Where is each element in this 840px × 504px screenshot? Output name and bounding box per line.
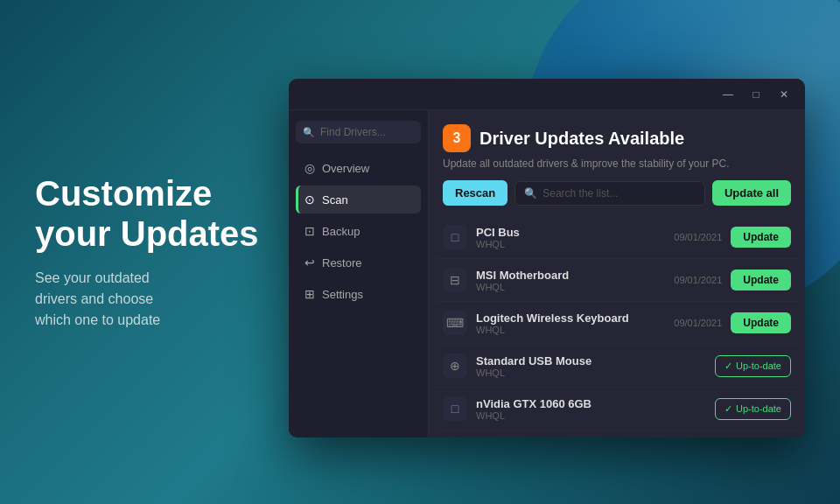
- driver-icon-logitech: ⌨: [443, 311, 467, 335]
- driver-search[interactable]: 🔍 Search the list...: [514, 181, 705, 206]
- main-title: Customize your Updates: [35, 173, 259, 254]
- sidebar: 🔍 Find Drivers... ◎ Overview ⊙ Scan ⊡ Ba…: [289, 110, 429, 438]
- update-button-msi[interactable]: Update: [731, 270, 791, 290]
- sidebar-item-backup[interactable]: ⊡ Backup: [296, 217, 421, 245]
- driver-name-msi: MSI Motherboard: [476, 269, 665, 282]
- driver-info-pci: PCI Bus WHQL: [476, 226, 665, 249]
- driver-tag-mouse: WHQL: [476, 368, 697, 378]
- header-subtitle: Update all outdated drivers & improve th…: [443, 158, 791, 170]
- driver-search-placeholder: Search the list...: [542, 187, 618, 200]
- app-window: — □ ✕ 🔍 Find Drivers... ◎ Overview ⊙ Sca…: [289, 79, 805, 438]
- driver-info-nvidia: nVidia GTX 1060 6GB WHQL: [476, 397, 697, 421]
- driver-tag-pci: WHQL: [476, 239, 665, 249]
- update-all-button[interactable]: Update all: [712, 180, 791, 206]
- main-content: 3 Driver Updates Available Update all ou…: [429, 110, 805, 438]
- table-row: ⊟ MSI Motherboard WHQL 09/01/2021 Update: [436, 259, 798, 302]
- close-button[interactable]: ✕: [774, 86, 794, 103]
- driver-date-pci: 09/01/2021: [674, 232, 722, 242]
- sidebar-item-overview-label: Overview: [322, 162, 369, 175]
- title-bar: — □ ✕: [289, 79, 805, 110]
- table-row: ⚙ ATA Channel 0 WHQL ✓ Up-to-date: [436, 430, 798, 438]
- driver-name-mouse: Standard USB Mouse: [476, 354, 697, 368]
- sidebar-item-restore-label: Restore: [322, 256, 362, 270]
- sidebar-item-overview[interactable]: ◎ Overview: [296, 154, 421, 182]
- update-button-pci[interactable]: Update: [731, 227, 791, 248]
- driver-icon-nvidia: □: [443, 396, 467, 421]
- driver-info-mouse: Standard USB Mouse WHQL: [476, 354, 697, 378]
- driver-name-logitech: Logitech Wireless Keyboard: [476, 312, 665, 325]
- sidebar-item-settings-label: Settings: [322, 288, 363, 301]
- rescan-button[interactable]: Rescan: [443, 180, 508, 206]
- backup-icon: ⊡: [304, 224, 315, 238]
- sidebar-item-backup-label: Backup: [322, 225, 360, 238]
- driver-tag-msi: WHQL: [476, 282, 665, 292]
- settings-icon: ⊞: [304, 287, 315, 301]
- table-row: ⌨ Logitech Wireless Keyboard WHQL 09/01/…: [436, 302, 798, 345]
- uptodate-button-mouse[interactable]: ✓ Up-to-date: [715, 355, 791, 377]
- update-button-logitech[interactable]: Update: [731, 312, 791, 333]
- subtitle-text: See your outdateddrivers and choosewhich…: [35, 268, 259, 331]
- sidebar-search[interactable]: 🔍 Find Drivers...: [296, 121, 421, 144]
- table-row: ⊕ Standard USB Mouse WHQL ✓ Up-to-date: [436, 345, 798, 388]
- overview-icon: ◎: [304, 161, 315, 175]
- check-icon: ✓: [724, 360, 732, 372]
- driver-tag-logitech: WHQL: [476, 325, 665, 335]
- uptodate-button-nvidia[interactable]: ✓ Up-to-date: [715, 398, 791, 420]
- action-bar: Rescan 🔍 Search the list... Update all: [443, 180, 791, 206]
- minimize-button[interactable]: —: [718, 86, 738, 103]
- sidebar-item-scan-label: Scan: [322, 193, 348, 206]
- sidebar-item-settings[interactable]: ⊞ Settings: [296, 280, 421, 308]
- uptodate-label-mouse: Up-to-date: [736, 360, 781, 371]
- table-row: □ nVidia GTX 1060 6GB WHQL ✓ Up-to-date: [436, 388, 798, 430]
- driver-date-msi: 09/01/2021: [674, 275, 722, 285]
- driver-date-logitech: 09/01/2021: [674, 318, 722, 328]
- sidebar-item-scan[interactable]: ⊙ Scan: [296, 186, 421, 214]
- driver-icon-msi: ⊟: [443, 268, 467, 292]
- table-row: □ PCI Bus WHQL 09/01/2021 Update: [436, 216, 798, 259]
- driver-icon-mouse: ⊕: [443, 354, 467, 378]
- driver-info-msi: MSI Motherboard WHQL: [476, 269, 665, 292]
- driver-list: □ PCI Bus WHQL 09/01/2021 Update ⊟ MSI M…: [429, 216, 805, 438]
- driver-icon-pci: □: [443, 225, 467, 249]
- scan-icon: ⊙: [304, 192, 315, 206]
- maximize-button[interactable]: □: [746, 86, 766, 103]
- header-top: 3 Driver Updates Available: [443, 124, 791, 152]
- window-controls: — □ ✕: [718, 86, 794, 103]
- sidebar-item-restore[interactable]: ↩ Restore: [296, 248, 421, 276]
- sidebar-search-placeholder: Find Drivers...: [320, 126, 386, 138]
- app-body: 🔍 Find Drivers... ◎ Overview ⊙ Scan ⊡ Ba…: [289, 110, 805, 438]
- check-icon-nvidia: ✓: [724, 403, 732, 415]
- driver-name-nvidia: nVidia GTX 1060 6GB: [476, 397, 697, 410]
- content-header: 3 Driver Updates Available Update all ou…: [429, 110, 805, 216]
- header-title: Driver Updates Available: [480, 129, 684, 149]
- driver-search-icon: 🔍: [524, 187, 537, 200]
- restore-icon: ↩: [304, 256, 315, 270]
- updates-badge: 3: [443, 124, 471, 152]
- driver-tag-nvidia: WHQL: [476, 410, 697, 421]
- driver-info-logitech: Logitech Wireless Keyboard WHQL: [476, 312, 665, 335]
- left-section: Customize your Updates See your outdated…: [35, 173, 259, 331]
- driver-name-pci: PCI Bus: [476, 226, 665, 239]
- search-icon: 🔍: [303, 127, 315, 138]
- uptodate-label-nvidia: Up-to-date: [736, 403, 781, 414]
